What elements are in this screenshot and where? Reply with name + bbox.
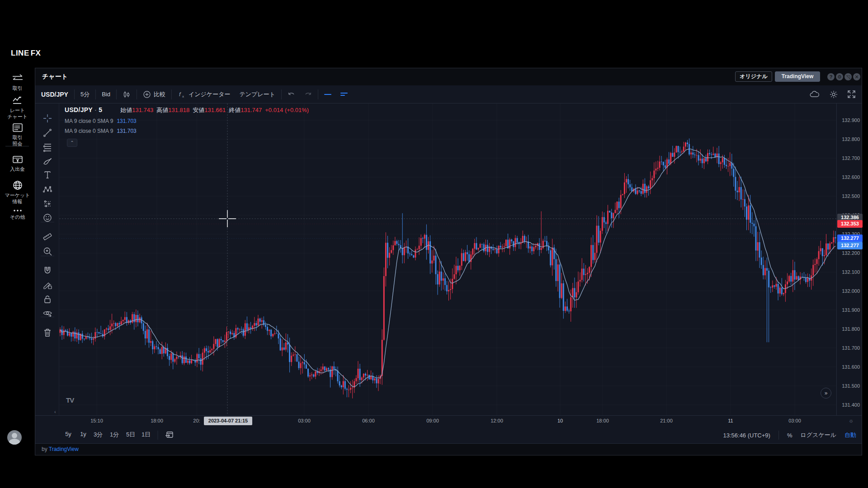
close-icon[interactable]: ✕: [853, 73, 860, 80]
crosshair-tool[interactable]: [42, 113, 53, 124]
interval-button[interactable]: 5分: [76, 88, 94, 101]
undo-button[interactable]: [283, 88, 300, 101]
indicators-button[interactable]: fxインジケーター: [173, 88, 235, 101]
legend-close: 終値131.747: [229, 106, 262, 114]
fullscreen-icon[interactable]: [847, 90, 856, 99]
up-candle-bodies: [60, 143, 835, 390]
trend-line-tool[interactable]: [42, 127, 53, 139]
chart-style-button[interactable]: [118, 88, 135, 101]
sidebar-item-trade[interactable]: 取引: [0, 74, 35, 91]
legend-change: +0.014 (+0.01%): [265, 107, 309, 113]
ma-indicator-row[interactable]: MA 9 close 0 SMA 9131.703: [65, 118, 309, 124]
price-tick: 132.100: [842, 269, 860, 275]
range-button-1y[interactable]: 1y: [80, 431, 86, 437]
settings-icon[interactable]: ⚙: [836, 73, 843, 80]
tradingview-logo[interactable]: TV: [66, 396, 74, 404]
ruler-tool[interactable]: [42, 231, 53, 243]
drawing-toolbar: [35, 103, 59, 415]
time-tick: 21:00: [660, 418, 673, 423]
trade-inquiry-icon: [0, 123, 35, 133]
sidebar-item-others[interactable]: その他: [0, 209, 35, 220]
sidebar-item-trade-inquiry[interactable]: 取引照会: [0, 123, 35, 147]
time-tick: 03:00: [298, 418, 311, 423]
price-tick: 132.700: [842, 155, 860, 161]
range-button-1分[interactable]: 1分: [110, 431, 119, 439]
deposit-icon: [0, 155, 35, 164]
hline-tool-button[interactable]: [320, 88, 336, 101]
help-icon[interactable]: ?: [827, 73, 835, 80]
price-axis[interactable]: 132.900132.800132.700132.600132.500132.4…: [836, 103, 863, 415]
sidebar-item-market-info[interactable]: マーケット情報: [0, 180, 35, 205]
text-tool[interactable]: [42, 169, 53, 181]
chart-settings-icon[interactable]: [829, 90, 838, 99]
time-tick: 18:00: [596, 418, 609, 423]
time-tick: 18:00: [151, 418, 163, 423]
timezone-icon[interactable]: ☼: [849, 418, 854, 424]
crosshair-date-tooltip: 2023-04-07 21:15: [204, 417, 252, 425]
remove-drawings-tool[interactable]: [42, 327, 53, 338]
app-sidebar: LINEFX 取引レートチャート取引照会入出金マーケット情報その他: [0, 0, 35, 488]
compare-button[interactable]: 比較: [138, 88, 170, 101]
auto-scale-button[interactable]: 自動: [844, 431, 856, 439]
avatar[interactable]: [7, 430, 22, 445]
time-axis[interactable]: 15:1018:0020:03:0006:0009:0012:001018:00…: [35, 415, 862, 426]
hide-drawings-tool[interactable]: [42, 308, 53, 319]
time-tick: 11: [728, 418, 733, 423]
legend-collapse-button[interactable]: ⌃: [67, 139, 77, 147]
price-tick: 131.900: [842, 307, 860, 313]
panel-header: チャート オリジナル TradingView ? ⚙ ◹ ✕: [35, 68, 862, 85]
time-tick: 15:10: [90, 418, 103, 423]
tradingview-link[interactable]: TradingView: [49, 446, 79, 452]
clock: 13:56:46 (UTC+9): [723, 432, 770, 439]
price-tick: 132.000: [842, 288, 860, 294]
magnet-tool[interactable]: [42, 265, 53, 277]
price-tick: 131.400: [842, 402, 860, 408]
sidebar-item-rate-chart[interactable]: レートチャート: [0, 96, 35, 120]
symbol-button[interactable]: USD/JPY: [41, 88, 73, 101]
range-button-1日[interactable]: 1日: [142, 431, 151, 439]
range-button-5y[interactable]: 5y: [65, 431, 71, 437]
collapse-axis-arrow[interactable]: ‹: [54, 409, 56, 414]
up-candle-wicks: [60, 142, 834, 399]
ma-indicator-row[interactable]: MA 9 close 0 SMA 9131.703: [65, 128, 309, 134]
price-tick: 131.800: [842, 326, 860, 332]
fib-retracement-tool[interactable]: [42, 141, 53, 153]
legend-high: 高値131.818: [156, 106, 189, 114]
original-mode-button[interactable]: オリジナル: [735, 71, 772, 82]
popout-icon[interactable]: ◹: [844, 73, 852, 80]
redo-button[interactable]: [300, 88, 316, 101]
market-info-icon: [0, 180, 35, 191]
price-tick: 132.900: [842, 117, 860, 123]
time-tick: 12:00: [491, 418, 503, 423]
candlestick-chart[interactable]: [59, 103, 836, 415]
brush-tool[interactable]: [42, 155, 53, 167]
goto-date-button[interactable]: [165, 431, 174, 439]
sidebar-item-deposit-withdrawal[interactable]: 入出金: [0, 155, 35, 172]
forecast-tool[interactable]: [42, 198, 53, 210]
lock-all-tool[interactable]: [42, 293, 53, 305]
cloud-save-icon[interactable]: [809, 90, 820, 99]
drawing-lock-tool[interactable]: [42, 279, 53, 291]
price-tick: 131.700: [842, 345, 860, 351]
price-marker-label: 132.277: [837, 242, 863, 249]
xabcd-pattern-tool[interactable]: [42, 183, 53, 195]
down-candle-bodies: [61, 143, 836, 390]
range-button-3分[interactable]: 3分: [94, 431, 103, 439]
template-button[interactable]: テンプレート: [235, 88, 280, 101]
legend-low: 安値131.661: [193, 106, 226, 114]
percent-scale-button[interactable]: %: [787, 432, 793, 439]
legend-symbol[interactable]: USD/JPY · 5: [65, 106, 102, 113]
trade-arrows-icon: [0, 74, 35, 84]
rate-chart-icon: [0, 96, 35, 106]
range-button-5日[interactable]: 5日: [126, 431, 135, 439]
price-tick: 132.200: [842, 250, 860, 256]
log-scale-button[interactable]: ログスケール: [800, 431, 836, 439]
time-tick: 20:: [193, 418, 200, 423]
price-type-button[interactable]: Bid: [97, 88, 115, 101]
tradingview-mode-button[interactable]: TradingView: [775, 71, 820, 82]
price-tick: 132.500: [842, 193, 860, 199]
attribution-bar: by TradingView: [35, 444, 862, 455]
hlines-tool-button[interactable]: [336, 88, 352, 101]
scroll-right-button[interactable]: »: [821, 388, 831, 399]
time-tick: 06:00: [362, 418, 375, 423]
